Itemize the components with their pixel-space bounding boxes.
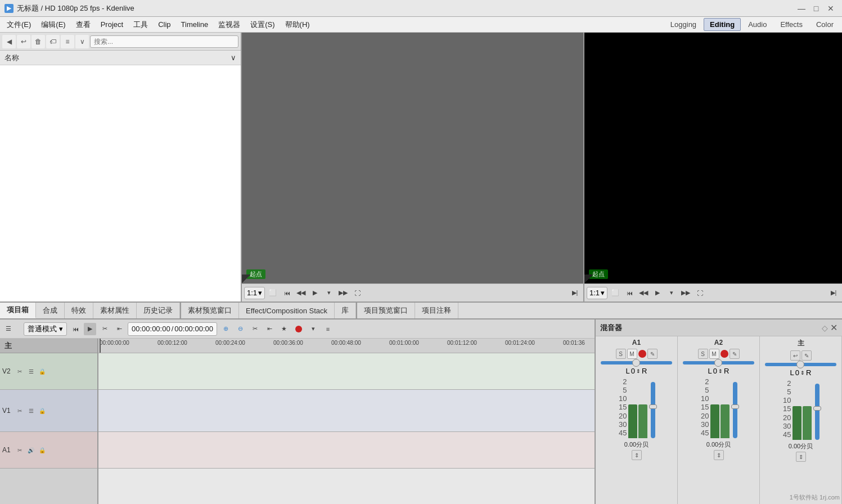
right-square-btn[interactable]: ⬜ — [609, 287, 622, 299]
ch-master-db-up[interactable]: ⇕ — [796, 452, 806, 462]
timeline-select-tool[interactable]: ▶ — [84, 323, 96, 335]
search-input[interactable] — [90, 35, 238, 48]
tab-clip-props[interactable]: 素材属性 — [93, 303, 137, 318]
center-next-frame[interactable]: ▶▶ — [337, 287, 349, 299]
right-prev-frame[interactable]: ◀◀ — [637, 287, 650, 299]
menu-view[interactable]: 查看 — [71, 18, 95, 32]
ch-a1-pan-fader[interactable] — [601, 361, 672, 364]
menu-file[interactable]: 文件(E) — [2, 18, 35, 32]
close-button[interactable]: ✕ — [824, 2, 838, 15]
right-end-btn[interactable]: ▶| — [827, 287, 840, 299]
ch-a2-volume-knob[interactable] — [731, 404, 739, 409]
tab-effect-comp-stack[interactable]: Effect/Composition Stack — [239, 303, 335, 318]
delete-button[interactable]: 🗑 — [31, 35, 45, 48]
v1-icon2[interactable]: ☰ — [26, 406, 36, 416]
snap-btn2[interactable]: ⊖ — [234, 323, 246, 335]
ch-a2-mute[interactable]: M — [709, 349, 719, 359]
undo-button[interactable]: ↩ — [17, 35, 30, 48]
ch-master-pan-knob[interactable] — [796, 361, 804, 368]
center-ratio-select[interactable]: 1:1 ▾ — [244, 287, 265, 299]
star-btn[interactable]: ★ — [278, 323, 290, 335]
tab-project-notes[interactable]: 项目注释 — [415, 303, 458, 318]
ch-master-volume-knob[interactable] — [813, 406, 821, 411]
right-skip-start[interactable]: ⏮ — [623, 287, 636, 299]
tab-history[interactable]: 历史记录 — [137, 303, 180, 318]
ch-a1-edit[interactable]: ✎ — [647, 349, 658, 359]
tab-effects[interactable]: 特效 — [65, 303, 93, 318]
tab-clip-preview[interactable]: 素材预览窗口 — [181, 303, 239, 318]
v1-icon3[interactable]: 🔒 — [37, 406, 47, 416]
workspace-audio[interactable]: Audio — [742, 18, 773, 31]
a1-icon3[interactable]: 🔒 — [37, 445, 47, 455]
timeline-mode-select[interactable]: 普通模式 ▾ — [24, 322, 67, 336]
v2-icon2[interactable]: ☰ — [26, 366, 36, 376]
razor-btn[interactable]: ✂ — [249, 323, 261, 335]
menu-settings[interactable]: 设置(S) — [246, 18, 279, 32]
menu-timeline[interactable]: Timeline — [177, 19, 213, 30]
v2-icon3[interactable]: 🔒 — [37, 366, 47, 376]
center-square-btn[interactable]: ⬜ — [267, 287, 279, 299]
ch-a1-volume-knob[interactable] — [649, 404, 657, 409]
more-btn[interactable]: ≡ — [322, 323, 334, 335]
ch-master-volume-fader[interactable] — [815, 384, 820, 440]
tab-library[interactable]: 库 — [335, 303, 356, 318]
center-skip-start[interactable]: ⏮ — [281, 287, 293, 299]
timeline-settings-btn[interactable]: ☰ — [2, 323, 15, 335]
workspace-editing[interactable]: Editing — [704, 18, 741, 31]
right-fullscreen[interactable]: ⛶ — [694, 287, 706, 299]
maximize-button[interactable]: □ — [809, 2, 823, 15]
workspace-logging[interactable]: Logging — [664, 18, 703, 31]
tag-button[interactable]: 🏷 — [46, 35, 60, 48]
list-button[interactable]: ≡ — [61, 35, 74, 48]
menu-tools[interactable]: 工具 — [129, 18, 152, 32]
record-chevron[interactable]: ▾ — [307, 323, 319, 335]
ch-a1-mute[interactable]: M — [627, 349, 637, 359]
record-button[interactable] — [292, 323, 305, 335]
center-fullscreen[interactable]: ⛶ — [351, 287, 363, 299]
menu-monitor[interactable]: 监视器 — [214, 18, 245, 32]
menu-project[interactable]: Project — [96, 19, 128, 30]
right-play-chevron[interactable]: ▾ — [665, 287, 678, 299]
ch-a2-volume-fader[interactable] — [733, 382, 737, 438]
menu-edit[interactable]: 编辑(E) — [37, 18, 70, 32]
timeline-cut-tool[interactable]: ✂ — [98, 323, 111, 335]
ripple-btn[interactable]: ⇤ — [263, 323, 276, 335]
mixer-close-button[interactable]: ✕ — [830, 322, 838, 333]
center-play[interactable]: ▶ — [309, 287, 321, 299]
v2-icon1[interactable]: ✂ — [15, 366, 25, 376]
ch-a2-pan-fader[interactable] — [683, 361, 754, 364]
workspace-effects[interactable]: Effects — [774, 18, 809, 31]
ch-a1-arrows[interactable]: ⇕ — [636, 368, 641, 374]
right-next-frame[interactable]: ▶▶ — [679, 287, 692, 299]
minimize-button[interactable]: — — [795, 2, 808, 15]
ch-a1-db-up[interactable]: ⇕ — [632, 450, 642, 460]
tab-composite[interactable]: 合成 — [36, 303, 65, 318]
tab-project-bin[interactable]: 项目箱 — [0, 303, 36, 318]
ch-a2-db-up[interactable]: ⇕ — [714, 450, 724, 460]
right-play[interactable]: ▶ — [651, 287, 664, 299]
v1-icon1[interactable]: ✂ — [15, 406, 25, 416]
ch-a1-pan-knob[interactable] — [632, 359, 640, 367]
menu-clip[interactable]: Clip — [154, 19, 175, 30]
center-play-chevron[interactable]: ▾ — [323, 287, 335, 299]
timeline-move-tool[interactable]: ⇤ — [113, 323, 125, 335]
ch-a2-pan-knob[interactable] — [714, 359, 722, 367]
ch-a2-arrows[interactable]: ⇕ — [718, 368, 723, 374]
back-button[interactable]: ◀ — [2, 35, 16, 48]
workspace-color[interactable]: Color — [810, 18, 840, 31]
ch-master-pan-fader[interactable] — [765, 363, 836, 366]
timeline-prev-btn[interactable]: ⏮ — [69, 323, 82, 335]
right-ratio-select[interactable]: 1:1 ▾ — [587, 287, 607, 299]
ch-master-undo[interactable]: ↩ — [790, 350, 800, 361]
ch-master-arrows[interactable]: ⇕ — [800, 370, 805, 376]
a1-icon1[interactable]: ✂ — [15, 445, 25, 455]
ch-a2-edit[interactable]: ✎ — [730, 349, 740, 359]
menu-help[interactable]: 帮助(H) — [281, 18, 314, 32]
center-end-btn[interactable]: ▶| — [569, 287, 581, 299]
a1-icon2[interactable]: 🔊 — [26, 445, 36, 455]
snap-btn[interactable]: ⊕ — [219, 323, 232, 335]
ch-master-edit[interactable]: ✎ — [802, 350, 812, 361]
tab-project-preview[interactable]: 项目预览窗口 — [357, 303, 415, 318]
ch-a1-volume-fader[interactable] — [651, 382, 655, 438]
ch-a1-solo[interactable]: S — [616, 349, 626, 359]
